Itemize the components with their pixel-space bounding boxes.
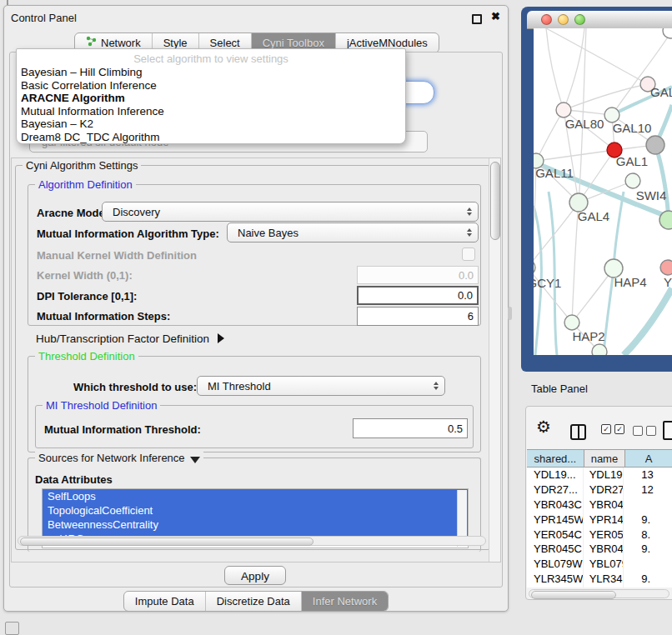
minimize-traffic-light-icon[interactable] xyxy=(558,14,569,25)
table-row[interactable]: YDR27...YDR27...12 xyxy=(527,482,672,498)
table-row[interactable]: YBL079WYBL079W xyxy=(527,557,672,572)
tab-infer-network[interactable]: Infer Network xyxy=(302,592,388,611)
algorithm-option-selected[interactable]: ARACNE Algorithm xyxy=(17,92,405,105)
network-node-salmon-node[interactable] xyxy=(660,260,672,275)
table-cell[interactable]: YBR043C xyxy=(584,498,624,512)
function-builder-icon[interactable] xyxy=(663,421,672,440)
table-cell[interactable]: YBL079W xyxy=(527,557,584,572)
table-cell[interactable]: YPR145W xyxy=(584,512,624,528)
table-cell[interactable]: 9. xyxy=(624,587,672,588)
table-cell[interactable]: 12 xyxy=(624,482,672,498)
columns-icon[interactable] xyxy=(570,424,586,440)
algorithm-option[interactable]: Bayesian – Hill Climbing xyxy=(17,66,405,79)
table-row[interactable]: YBR045CYBR045C9. xyxy=(527,542,672,557)
tab-discretize-data[interactable]: Discretize Data xyxy=(206,592,302,611)
algorithm-option[interactable]: Dream8 DC_TDC Algorithm xyxy=(17,131,405,144)
network-node-node-top-partial[interactable] xyxy=(663,28,672,38)
mi-algorithm-type-combo[interactable]: Naive Bayes xyxy=(227,222,479,242)
window-grip-icon[interactable] xyxy=(5,622,19,635)
network-edge[interactable] xyxy=(536,150,614,161)
network-edge[interactable] xyxy=(655,145,669,220)
column-header-partial[interactable]: A xyxy=(625,449,672,468)
scrollbar-thumb[interactable] xyxy=(490,162,500,240)
apply-button[interactable]: Apply xyxy=(224,566,286,585)
sources-group-title[interactable]: Sources for Network Inference xyxy=(35,452,203,464)
table-cell[interactable]: YIL052C xyxy=(527,587,584,588)
attribute-item[interactable]: SelfLoops xyxy=(43,489,468,503)
table-cell[interactable]: 13 xyxy=(624,468,672,482)
table-cell[interactable]: YDR27... xyxy=(527,482,584,498)
table-cell[interactable]: YDL19... xyxy=(584,468,624,482)
algorithm-option[interactable]: Basic Correlation Inference xyxy=(17,79,405,92)
network-canvas[interactable]: GAL7GAL80GAL10GAL1GAL11SWI4GAL4GCY1HAP4Y… xyxy=(534,28,672,355)
close-traffic-light-icon[interactable] xyxy=(541,14,552,25)
network-node-node-bottom-partial[interactable] xyxy=(592,344,607,355)
algorithm-option[interactable]: Mutual Information Inference xyxy=(17,105,405,118)
table-cell[interactable]: YDR27... xyxy=(584,482,624,498)
table-cell[interactable]: YPR145W xyxy=(527,512,584,528)
which-threshold-combo[interactable]: MI Threshold xyxy=(197,376,445,396)
panel-splitter-handle[interactable] xyxy=(508,307,512,320)
network-edge[interactable] xyxy=(564,28,584,110)
table-cell[interactable]: YDL19... xyxy=(527,468,584,482)
network-edge[interactable] xyxy=(624,288,672,355)
table-cell[interactable]: YER054C xyxy=(584,528,624,542)
table-cell[interactable]: 9. xyxy=(624,542,672,557)
table-cell[interactable]: YBR045C xyxy=(584,542,624,557)
network-node-swi4[interactable] xyxy=(625,173,640,188)
table-cell[interactable] xyxy=(624,557,672,572)
gear-icon[interactable]: ⚙ xyxy=(536,417,551,437)
table-row[interactable]: YLR345WYLR345W9. xyxy=(527,572,672,587)
table-cell[interactable]: 9. xyxy=(624,572,672,587)
table-cell[interactable]: YLR345W xyxy=(527,572,584,587)
network-node-hap2[interactable] xyxy=(564,315,579,330)
tab-impute-data[interactable]: Impute Data xyxy=(124,592,206,611)
table-row[interactable]: YDL19...YDL19...13 xyxy=(527,468,672,482)
manual-kernel-width-checkbox[interactable] xyxy=(462,248,475,261)
close-icon[interactable]: ✖ xyxy=(491,10,500,22)
scrollbar-thumb[interactable] xyxy=(531,591,616,599)
settings-vertical-scrollbar[interactable] xyxy=(489,158,500,562)
table-cell[interactable]: YBR045C xyxy=(527,542,584,557)
table-row[interactable]: YBR043CYBR043C xyxy=(527,498,672,512)
table-cell[interactable]: YBL079W xyxy=(584,557,624,572)
network-node-gal80[interactable] xyxy=(556,102,571,118)
float-window-icon[interactable] xyxy=(472,14,482,24)
mi-threshold-field[interactable] xyxy=(353,418,468,438)
column-header-shared-name[interactable]: shared... xyxy=(527,449,584,468)
attribute-item[interactable]: TopologicalCoefficient xyxy=(43,503,468,518)
table-cell[interactable]: 9. xyxy=(624,512,672,528)
table-horizontal-scrollbar[interactable] xyxy=(529,589,669,598)
network-node-gcy1[interactable] xyxy=(534,260,535,275)
zoom-traffic-light-icon[interactable] xyxy=(574,14,585,25)
network-edge[interactable] xyxy=(549,192,557,355)
table-cell[interactable]: 8. xyxy=(624,528,672,542)
table-cell[interactable] xyxy=(624,498,672,512)
table-row[interactable]: YPR145WYPR145W9. xyxy=(527,512,672,528)
scrollbar-thumb[interactable] xyxy=(20,538,313,546)
algorithm-option[interactable]: Bayesian – K2 xyxy=(17,118,405,131)
network-edge[interactable] xyxy=(546,28,564,110)
settings-horizontal-scrollbar[interactable] xyxy=(18,536,486,546)
hub-definition-toggle[interactable]: Hub/Transcription Factor Definition xyxy=(36,332,224,345)
table-cell[interactable]: YLR345W xyxy=(584,572,624,587)
network-edge[interactable] xyxy=(546,28,648,84)
deselect-checkboxes-icon[interactable] xyxy=(633,426,656,436)
table-cell[interactable]: YER054C xyxy=(527,528,584,542)
kernel-width-field[interactable] xyxy=(357,266,479,284)
column-header-name[interactable]: name xyxy=(584,449,625,468)
mi-steps-field[interactable] xyxy=(357,307,479,326)
network-node-green-right[interactable] xyxy=(659,211,672,229)
aracne-mode-combo[interactable]: Discovery xyxy=(102,202,479,222)
network-edge[interactable] xyxy=(536,110,564,161)
network-edge[interactable] xyxy=(564,84,648,110)
table-row[interactable]: YIL052CYIL052C9. xyxy=(527,587,672,588)
select-all-checkboxes-icon[interactable]: ✓ ✓ xyxy=(601,424,624,434)
network-node-gray-node[interactable] xyxy=(646,136,664,154)
attribute-item[interactable]: BetweennessCentrality xyxy=(43,518,468,532)
network-edge[interactable] xyxy=(579,28,586,202)
network-window-titlebar[interactable] xyxy=(527,11,672,29)
table-row[interactable]: YER054CYER054C8. xyxy=(527,528,672,542)
table-cell[interactable]: YBR043C xyxy=(527,498,584,512)
table-cell[interactable]: YIL052C xyxy=(584,587,624,588)
